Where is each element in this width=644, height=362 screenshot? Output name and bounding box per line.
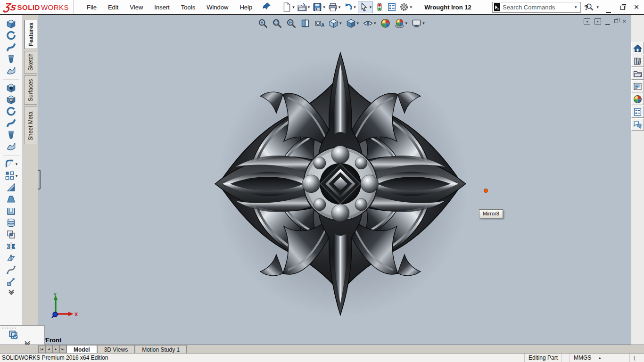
fillet-button[interactable]: ▾	[0, 158, 22, 170]
boundary-cut-button[interactable]	[0, 141, 22, 153]
lofted-boss-base-button[interactable]	[0, 53, 22, 65]
extruded-cut-button[interactable]	[0, 82, 22, 94]
undo-button[interactable]: ▾	[342, 1, 357, 13]
linear-pattern-button[interactable]: ▾	[0, 170, 22, 181]
rib-button[interactable]	[0, 181, 22, 193]
fillet-caret[interactable]: ▾	[16, 162, 18, 166]
menu-view[interactable]: View	[125, 2, 148, 13]
design-library-button[interactable]	[631, 55, 644, 67]
toolbar-grip[interactable]: ••••••	[0, 326, 44, 329]
tab-3d-views[interactable]: 3D Views	[97, 345, 135, 353]
close-button[interactable]: ×	[632, 2, 641, 12]
search-commands-box[interactable]	[492, 2, 581, 13]
tab-nav-button[interactable]: |◂	[38, 345, 45, 353]
revolved-boss-base-button[interactable]	[0, 30, 22, 41]
boundary-boss-base-button[interactable]	[0, 65, 22, 77]
zoom-to-fit-button[interactable]	[257, 17, 269, 29]
save-document-button[interactable]: ▾	[312, 1, 326, 13]
search-scope-caret[interactable]: ▾	[575, 5, 577, 9]
model-render[interactable]	[207, 45, 474, 323]
curves-button[interactable]	[0, 264, 22, 276]
extruded-boss-base-button[interactable]	[0, 18, 22, 30]
new-document-button[interactable]: ▾	[281, 1, 296, 13]
design-checker-icon[interactable]	[8, 330, 19, 340]
tab-nav-button[interactable]: ◂	[45, 345, 52, 353]
toolbar-overflow-chevron[interactable]	[9, 290, 13, 294]
edit-appearance-button[interactable]	[380, 17, 391, 29]
status-units[interactable]: MMGS ▲	[574, 354, 626, 361]
display-style-button[interactable]: ▾	[345, 17, 360, 29]
open-document-caret[interactable]: ▾	[308, 5, 310, 9]
tab-features[interactable]: Features	[24, 20, 37, 49]
hide-show-items-button[interactable]: ▾	[362, 17, 377, 29]
section-view-button[interactable]	[299, 17, 311, 29]
pin-commandmanager-button[interactable]	[263, 2, 271, 12]
select-cursor-button[interactable]: ▾	[358, 1, 373, 13]
mirror-button[interactable]	[0, 240, 22, 252]
featuremanager-collapse-tab[interactable]	[38, 170, 41, 189]
view-settings-button[interactable]: ▾	[411, 17, 426, 29]
tab-nav-button[interactable]: ▸|	[59, 345, 66, 353]
tab-nav-button[interactable]: ▸	[52, 345, 59, 353]
swept-cut-button[interactable]	[0, 117, 22, 129]
select-cursor-caret[interactable]: ▾	[370, 5, 372, 9]
menu-tools[interactable]: Tools	[176, 2, 200, 13]
print-document-button[interactable]: ▾	[327, 1, 342, 13]
units-caret-icon[interactable]: ▲	[598, 356, 602, 360]
file-explorer-button[interactable]	[631, 67, 644, 80]
rebuild-button[interactable]	[374, 1, 385, 13]
selected-vertex-marker[interactable]	[484, 189, 488, 193]
restore-button[interactable]	[618, 3, 627, 11]
appearances-scenes-button[interactable]	[631, 93, 644, 105]
home-button[interactable]	[631, 42, 644, 54]
linear-pattern-caret[interactable]: ▾	[16, 173, 18, 178]
custom-properties-button[interactable]	[631, 106, 644, 118]
search-input[interactable]	[503, 4, 586, 11]
doc-close-button[interactable]: ×	[622, 18, 627, 24]
previous-view-button[interactable]	[285, 17, 297, 29]
intersect-button[interactable]	[0, 229, 22, 240]
print-document-caret[interactable]: ▾	[339, 5, 341, 9]
lofted-cut-button[interactable]	[0, 129, 22, 141]
tab-motion-study-1[interactable]: Motion Study 1	[135, 345, 187, 353]
view-settings-caret[interactable]: ▾	[422, 21, 425, 25]
open-document-button[interactable]: ▾	[297, 1, 311, 13]
view-palette-button[interactable]	[631, 80, 644, 92]
revolved-cut-button[interactable]	[0, 106, 22, 117]
zoom-to-area-button[interactable]	[271, 17, 283, 29]
hide-show-items-caret[interactable]: ▾	[374, 21, 376, 25]
split-right-button[interactable]: ▸	[594, 18, 601, 25]
menu-edit[interactable]: Edit	[103, 2, 123, 13]
draft-button[interactable]	[0, 193, 22, 205]
apply-scene-caret[interactable]: ▾	[405, 21, 408, 25]
display-style-caret[interactable]: ▾	[357, 21, 359, 25]
menu-file[interactable]: File	[82, 2, 101, 13]
reference-geometry-button[interactable]	[0, 252, 22, 264]
tab-sheet-metal[interactable]: Sheet Metal	[24, 107, 37, 144]
wrap-button[interactable]	[0, 217, 22, 229]
save-document-caret[interactable]: ▾	[323, 5, 325, 9]
minimize-button[interactable]	[603, 3, 613, 11]
shell-button[interactable]	[0, 205, 22, 217]
graphics-viewport[interactable]: ▾▾▾▾▾ ◂ ▸ × Mirror8 Y X *Front	[38, 15, 631, 345]
tab-model[interactable]: Model	[66, 345, 97, 353]
tab-sketch[interactable]: Sketch	[24, 51, 37, 74]
menu-help[interactable]: Help	[235, 2, 257, 13]
dynamic-annotation-views-button[interactable]	[314, 17, 325, 29]
help-caret[interactable]: ▾	[596, 5, 599, 9]
solidworks-forum-button[interactable]	[631, 118, 644, 131]
menu-window[interactable]: Window	[202, 2, 233, 13]
tab-surfaces[interactable]: Surfaces	[24, 75, 37, 105]
menu-insert[interactable]: Insert	[149, 2, 174, 13]
split-left-button[interactable]: ◂	[584, 18, 590, 25]
view-orientation-caret[interactable]: ▾	[339, 21, 342, 25]
doc-restore-button[interactable]	[614, 18, 618, 25]
undo-caret[interactable]: ▾	[354, 5, 356, 9]
view-orientation-button[interactable]: ▾	[328, 17, 343, 29]
file-properties-button[interactable]	[386, 1, 397, 13]
hole-wizard-button[interactable]	[0, 94, 22, 106]
new-document-caret[interactable]: ▾	[292, 5, 295, 9]
apply-scene-button[interactable]: ▾	[394, 17, 409, 29]
swept-boss-base-button[interactable]	[0, 41, 22, 53]
instant3d-button[interactable]	[0, 276, 22, 288]
